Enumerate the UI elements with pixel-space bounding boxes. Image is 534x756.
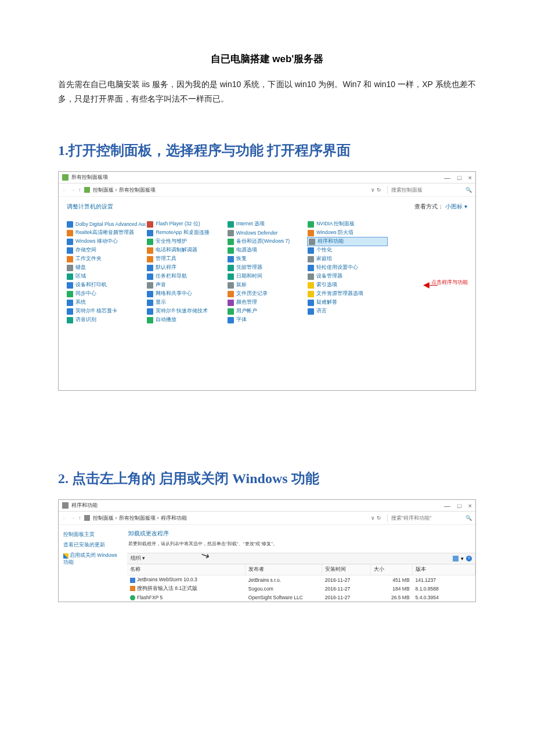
control-panel-item[interactable]: 管理工具: [147, 255, 226, 263]
control-panel-item[interactable]: 网络和共享中心: [147, 290, 226, 298]
control-panel-item[interactable]: 英特尔® 核芯显卡: [67, 307, 146, 315]
crumb-control-panel[interactable]: 控制面板: [93, 186, 114, 194]
refresh-button[interactable]: ∨ ↻: [371, 515, 381, 521]
col-date[interactable]: 安装时间: [322, 564, 371, 575]
control-panel-item[interactable]: 索引选项: [308, 281, 387, 289]
control-panel-item[interactable]: 疑难解答: [308, 298, 387, 307]
col-name[interactable]: 名称: [127, 564, 246, 575]
cp-item-label: Windows 移动中心: [75, 238, 118, 245]
control-panel-item[interactable]: NVIDIA 控制面板: [308, 220, 387, 228]
control-panel-item[interactable]: Windows Defender: [228, 229, 306, 237]
organize-dropdown[interactable]: 组织 ▾: [131, 555, 453, 562]
search-icon[interactable]: 🔍: [466, 515, 472, 521]
control-panel-item[interactable]: 安全性与维护: [147, 237, 226, 246]
table-row[interactable]: JetBrains WebStorm 10.0.3JetBrains s.r.o…: [127, 575, 475, 584]
crumb-all-items[interactable]: 所有控制面板项: [119, 186, 156, 194]
control-panel-item[interactable]: RemoteApp 和桌面连接: [147, 229, 226, 237]
control-panel-item[interactable]: 英特尔® 快速存储技术: [147, 307, 226, 315]
control-panel-item[interactable]: 设备和打印机: [67, 281, 146, 289]
control-panel-item[interactable]: 用户帐户: [228, 307, 306, 315]
control-panel-item[interactable]: 自动播放: [147, 316, 226, 324]
refresh-button[interactable]: ∨ ↻: [371, 187, 381, 193]
control-panel-item[interactable]: 字体: [228, 316, 306, 324]
cp-item-icon: [67, 256, 73, 262]
minimize-button[interactable]: —: [444, 174, 450, 181]
sidebar-windows-features[interactable]: 启用或关闭 Windows 功能: [63, 550, 122, 568]
control-panel-item[interactable]: 工作文件夹: [67, 255, 146, 263]
control-panel-item[interactable]: 文件历史记录: [228, 290, 306, 298]
up-button[interactable]: ↑: [78, 187, 81, 193]
control-panel-item[interactable]: 个性化: [308, 246, 387, 254]
control-panel-item[interactable]: 语音识别: [67, 316, 146, 324]
close-button[interactable]: ×: [468, 502, 472, 509]
cell-size: 26.5 MB: [371, 593, 413, 602]
control-panel-item[interactable]: 设备管理器: [308, 272, 387, 280]
back-button[interactable]: ←: [62, 515, 67, 521]
minimize-button[interactable]: —: [444, 502, 450, 509]
back-button[interactable]: ←: [62, 187, 67, 193]
cp-item-label: 键盘: [75, 264, 86, 271]
table-row[interactable]: FlashFXP 5OpenSight Software LLC2016-11-…: [127, 593, 475, 602]
col-publisher[interactable]: 发布者: [246, 564, 322, 575]
search-input[interactable]: [387, 186, 463, 194]
sidebar-home[interactable]: 控制面板主页: [63, 530, 122, 540]
control-panel-item[interactable]: 同步中心: [67, 290, 146, 298]
control-panel-item[interactable]: 默认程序: [147, 264, 226, 272]
control-panel-item[interactable]: 电源选项: [228, 246, 306, 254]
control-panel-item[interactable]: 任务栏和导航: [147, 272, 226, 280]
program-icon: [130, 595, 135, 600]
cp-item-label: 电源选项: [236, 247, 257, 254]
col-size[interactable]: 大小: [371, 564, 413, 575]
control-panel-item[interactable]: Windows 移动中心: [67, 237, 146, 246]
crumb-all-items[interactable]: 所有控制面板项: [119, 514, 156, 522]
forward-button[interactable]: →: [70, 187, 75, 193]
control-panel-item[interactable]: 显示: [147, 298, 226, 307]
control-panel-item[interactable]: 凭据管理器: [228, 264, 306, 272]
breadcrumb[interactable]: 控制面板 › 所有控制面板项 › 程序和功能: [93, 514, 369, 522]
control-panel-item[interactable]: 程序和功能: [308, 237, 387, 246]
control-panel-item[interactable]: 颜色管理: [228, 298, 306, 307]
control-panel-item[interactable]: 鼠标: [228, 281, 306, 289]
control-panel-item[interactable]: 文件资源管理器选项: [308, 290, 387, 298]
sidebar: 控制面板主页 查看已安装的更新 启用或关闭 Windows 功能: [59, 525, 127, 602]
control-panel-item[interactable]: 备份和还原(Windows 7): [228, 237, 306, 246]
control-panel-item[interactable]: 日期和时间: [228, 272, 306, 280]
view-arrow-icon[interactable]: ▾: [461, 556, 464, 561]
control-panel-item[interactable]: 轻松使用设置中心: [308, 264, 387, 272]
view-switch-icon[interactable]: [453, 556, 459, 561]
search-input[interactable]: [387, 514, 463, 522]
control-panel-item[interactable]: 家庭组: [308, 255, 387, 263]
maximize-button[interactable]: □: [457, 502, 461, 509]
breadcrumb[interactable]: 控制面板 › 所有控制面板项: [93, 186, 369, 194]
control-panel-item[interactable]: Dolby Digital Plus Advanced Audio: [67, 220, 146, 228]
search-icon[interactable]: 🔍: [466, 187, 472, 193]
view-mode-dropdown[interactable]: 小图标 ▾: [445, 203, 467, 210]
cp-item-label: 疑难解答: [316, 299, 337, 306]
crumb-programs[interactable]: 程序和功能: [161, 514, 187, 522]
control-panel-item[interactable]: Realtek高清晰音频管理器: [67, 229, 146, 237]
control-panel-item[interactable]: 系统: [67, 298, 146, 307]
control-panel-item[interactable]: 声音: [147, 281, 226, 289]
control-panel-item[interactable]: Internet 选项: [228, 220, 306, 228]
close-button[interactable]: ×: [468, 174, 472, 181]
sidebar-updates[interactable]: 查看已安装的更新: [63, 540, 122, 550]
control-panel-item[interactable]: 存储空间: [67, 246, 146, 254]
cp-item-label: Windows Defender: [236, 230, 278, 236]
control-panel-item[interactable]: 恢复: [228, 255, 306, 263]
control-panel-item[interactable]: 语言: [308, 307, 387, 315]
table-row[interactable]: 搜狗拼音输入法 8.1正式版Sogou.com2016-11-27184 MB8…: [127, 584, 475, 593]
col-version[interactable]: 版本: [413, 564, 475, 575]
maximize-button[interactable]: □: [457, 174, 461, 181]
cp-item-icon: [67, 230, 73, 236]
help-icon[interactable]: ?: [466, 556, 472, 561]
cp-item-label: 索引选项: [316, 282, 337, 289]
control-panel-item[interactable]: 键盘: [67, 264, 146, 272]
up-button[interactable]: ↑: [78, 515, 81, 521]
control-panel-item[interactable]: 电话和调制解调器: [147, 246, 226, 254]
control-panel-item[interactable]: Flash Player (32 位): [147, 220, 226, 228]
crumb-control-panel[interactable]: 控制面板: [93, 514, 114, 522]
control-panel-item[interactable]: Windows 防火墙: [308, 229, 387, 237]
address-bar: ← → ↑ 控制面板 › 所有控制面板项 › 程序和功能 ∨ ↻ 🔍: [59, 512, 475, 525]
forward-button[interactable]: →: [70, 515, 75, 521]
control-panel-item[interactable]: 区域: [67, 272, 146, 280]
